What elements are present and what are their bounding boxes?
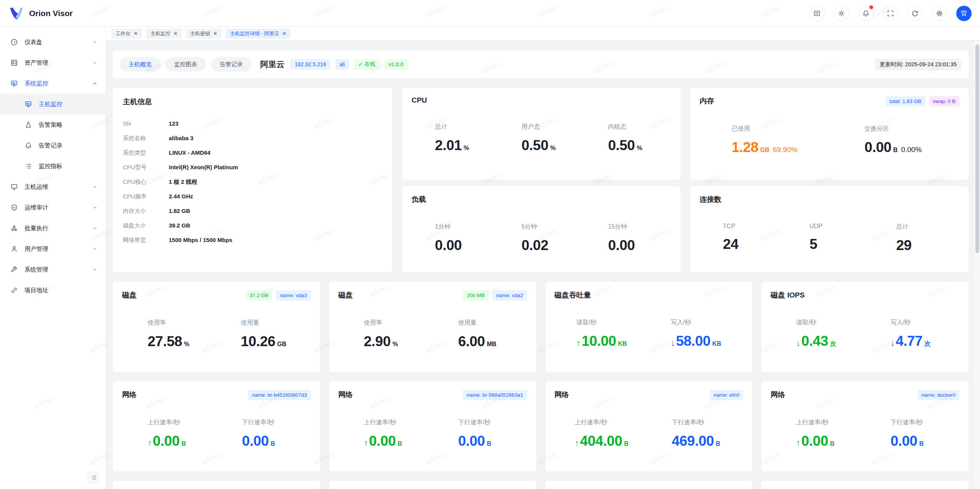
tab-workbench[interactable]: 工作台✕ [111,29,142,39]
check-icon: ✓ [358,61,363,67]
sidebar-item-system-monitor[interactable]: 系统监控 [0,73,106,94]
disk-name-badge: name: vda3 [276,290,311,301]
sidebar-item-assets[interactable]: 资产管理 [0,52,106,73]
dashboard-icon [10,38,18,46]
info-row: 网络带宽1500 Mbps / 1500 Mbps [123,236,382,244]
partial-card: 网络 [761,481,969,489]
info-row: CPU型号Intel(R) Xeon(R) Platinum [123,163,382,172]
sidebar-item-user-mgmt[interactable]: 用户管理 [0,239,106,259]
close-icon[interactable]: ✕ [282,31,286,36]
tab-label: 工作台 [116,30,131,37]
chevron-down-icon [92,39,98,45]
monitor-icon [10,80,18,87]
wrench-icon [10,266,18,273]
sidebar-item-label: 系统监控 [24,80,92,88]
cpu-card: CPU 总计2.01% 用户态0.50% 内核态0.50% [402,88,681,180]
sidebar-item-alarm-records[interactable]: 告警记录 [0,135,106,156]
host-ip-badge: 182.92.5.218 [291,59,330,70]
sidebar-item-alarm-policy[interactable]: 告警策略 [0,114,106,135]
sidebar-item-metrics[interactable]: 监控指标 [0,156,106,177]
partial-card: 网络 [329,481,536,489]
pill-monitor-charts[interactable]: 监控图表 [165,57,206,72]
tab-host-monitor-detail[interactable]: 主机监控详情 - 阿里云✕ [226,29,291,39]
sidebar-item-dashboard[interactable]: 仪表盘 [0,32,106,52]
partial-card: 网络 [546,481,753,489]
tab-host-keys[interactable]: 主机密钥✕ [186,29,222,39]
sidebar-item-label: 仪表盘 [24,38,92,46]
up-arrow-icon: ↑ [577,338,581,348]
host-tag-badge: ali [335,59,349,70]
updated-time-badge: 更新时间: 2025-09-24 23:01:35 [875,59,962,70]
chevron-down-icon [92,246,98,252]
memory-total-badge: total: 1.83 GB [886,96,925,106]
sidebar-item-system-mgmt[interactable]: 系统管理 [0,259,106,280]
code-window-button[interactable] [809,6,825,21]
chevron-up-icon [92,80,98,87]
avatar[interactable]: 管 [956,6,972,21]
sidebar-item-label: 告警记录 [39,142,98,150]
up-arrow-icon: ↑ [796,438,800,448]
tab-label: 主机监控 [150,30,170,37]
close-icon[interactable]: ✕ [134,31,138,36]
network-name-badge: name: br-b451fd3807d3 [248,390,311,400]
sidebar-item-batch-exec[interactable]: 批量执行 [0,218,106,239]
info-row: 系统类型LINUX - AMD64 [123,148,382,157]
chevron-down-icon [92,60,98,66]
fullscreen-button[interactable] [883,6,898,21]
main-content: 主机概览 监控图表 告警记录 阿里云 182.92.5.218 ali ✓在线 … [106,41,975,489]
scrollbar-thumb[interactable] [975,44,979,253]
menu-fold-icon [90,474,97,481]
network-name-badge: name: br-568a052863a1 [463,390,527,400]
sidebar-item-label: 用户管理 [24,245,92,253]
shield-check-icon [10,204,18,211]
down-arrow-icon: ↓ [671,338,675,348]
up-arrow-icon: ↑ [148,438,152,448]
sidebar-collapse-button[interactable] [87,471,100,484]
theme-toggle-button[interactable] [834,6,849,21]
pill-host-overview[interactable]: 主机概览 [120,57,160,72]
sidebar: 仪表盘 资产管理 系统监控 主机监控 告警策略 告警记录 监控指标 主机运维 运… [0,27,106,489]
host-header-card: 主机概览 监控图表 告警记录 阿里云 182.92.5.218 ali ✓在线 … [113,51,969,78]
network-name-badge: name: docker0 [918,390,959,400]
tab-host-monitor[interactable]: 主机监控✕ [146,29,182,39]
disk-iops-card: 磁盘 IOPS 读取/秒↓0.43次 写入/秒↓4.77次 [761,282,969,372]
notifications-button[interactable] [858,6,874,21]
host-monitor-icon [24,100,32,108]
flask-icon [24,121,32,129]
close-icon[interactable]: ✕ [173,31,178,36]
memory-card: 内存 total: 1.83 GB swap: 0 B 已使用1.28GB69.… [691,88,969,180]
sidebar-item-label: 项目地址 [24,286,98,294]
refresh-button[interactable] [907,6,923,21]
cluster-icon [10,224,18,232]
network-card-br1: 网络 name: br-b451fd3807d3 上行速率/秒↑0.00B 下行… [113,381,320,471]
assets-icon [10,59,18,67]
desktop-icon [10,183,18,191]
network-card-br2: 网络 name: br-568a052863a1 上行速率/秒↑0.00B 下行… [329,381,536,471]
info-row: SN123 [123,119,382,128]
topbar: Orion Visor 管 [0,0,980,27]
down-arrow-icon: ↓ [796,338,800,348]
close-icon[interactable]: ✕ [213,31,217,36]
tabbar: 工作台✕ 主机监控✕ 主机密钥✕ 主机监控详情 - 阿里云✕ [106,27,980,41]
host-version-badge: v1.0.0 [385,59,408,70]
sidebar-item-project-link[interactable]: 项目地址 [0,280,106,301]
sidebar-item-label: 运维审计 [24,204,92,212]
load-card: 负载 1分钟0.00 5分钟0.02 15分钟0.00 [402,186,681,272]
up-arrow-icon: ↑ [364,438,368,448]
gear-icon [936,10,943,17]
app-logo[interactable]: Orion Visor [8,7,73,20]
fullscreen-icon [887,10,894,17]
settings-button[interactable] [932,6,947,21]
network-card-docker0: 网络 name: docker0 上行速率/秒↑0.00B 下行速率/秒0.00… [761,381,969,471]
memory-swap-badge: swap: 0 B [929,96,959,106]
sidebar-item-host-monitor[interactable]: 主机监控 [0,94,106,114]
sidebar-item-host-ops[interactable]: 主机运维 [0,177,106,197]
pill-alarm-records[interactable]: 告警记录 [211,57,252,72]
info-row: CPU核心1 核 2 线程 [123,177,382,186]
connections-card: 连接数 TCP24 UDP5 总计29 [691,186,969,272]
sidebar-item-ops-audit[interactable]: 运维审计 [0,197,106,218]
network-card-eth0: 网络 name: eth0 上行速率/秒↑404.00B 下行速率/秒469.0… [546,381,753,471]
host-info-card: 主机信息 SN123 系统名称alibaba 3 系统类型LINUX - AMD… [113,88,392,272]
bell-icon [24,142,32,149]
disk-card-vda3: 磁盘 37.2 GB name: vda3 使用率27.58% 使用量10.26… [113,282,320,372]
